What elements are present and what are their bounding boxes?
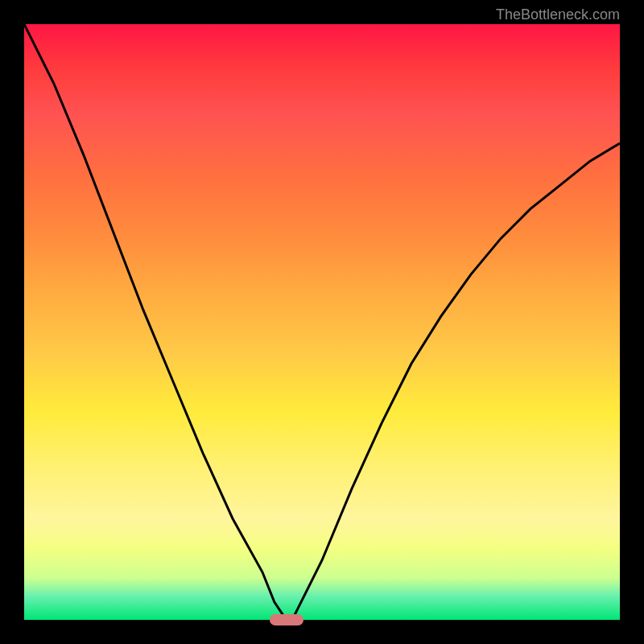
chart-area (24, 24, 620, 620)
watermark-text: TheBottleneck.com (496, 6, 620, 23)
optimal-marker (270, 614, 303, 625)
bottleneck-curve (24, 24, 620, 620)
